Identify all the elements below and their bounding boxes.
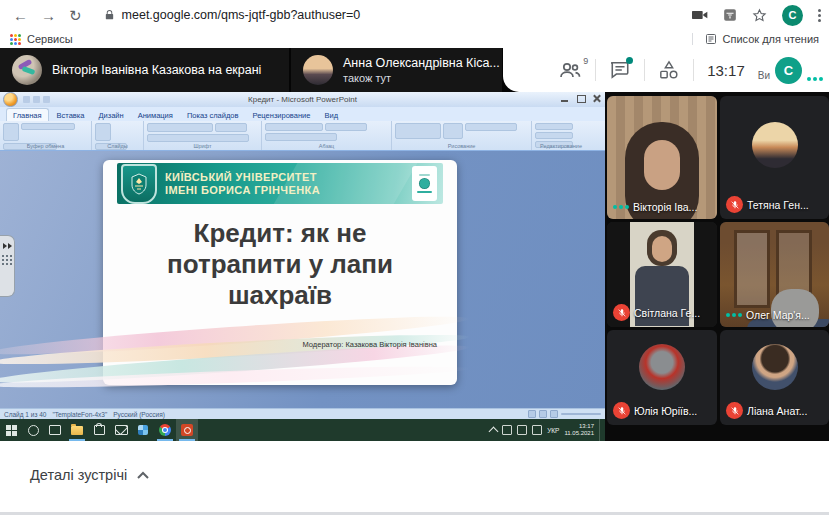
start-button[interactable]: [0, 419, 22, 441]
translate-icon[interactable]: [723, 8, 737, 22]
bookmark-services[interactable]: Сервисы: [27, 33, 73, 45]
browser-profile-avatar[interactable]: C: [782, 5, 803, 26]
chrome-icon[interactable]: [154, 419, 176, 441]
star-icon[interactable]: [752, 8, 767, 23]
taskbar-clock[interactable]: 13:1711.05.2021: [564, 423, 594, 437]
participant-name: Юлія Юріїв...: [634, 405, 697, 417]
chat-button[interactable]: [609, 60, 631, 80]
store-icon[interactable]: [88, 419, 110, 441]
minimize-icon[interactable]: [560, 94, 570, 103]
ppt-window-title: Кредит - Microsoft PowerPoint: [0, 95, 605, 104]
view-slideshow-icon[interactable]: [550, 410, 558, 418]
tray-icon-3[interactable]: [532, 425, 542, 435]
maximize-icon[interactable]: [576, 94, 586, 103]
participants-count: 9: [583, 56, 588, 66]
language-indicator[interactable]: Русский (Россия): [113, 411, 165, 418]
photos-icon[interactable]: [132, 419, 154, 441]
tray-icon-1[interactable]: [502, 425, 512, 435]
ppt-ribbon-tabs: Главная Вставка Дизайн Анимация Показ сл…: [0, 107, 605, 121]
ribbon-group-editing: Редактирование: [532, 121, 590, 150]
participant-avatar: [639, 344, 685, 390]
also-here-avatar: [303, 55, 333, 85]
side-flyout-handle[interactable]: [0, 235, 15, 297]
url-text: meet.google.com/qms-jqtf-gbb?authuser=0: [122, 8, 361, 22]
chevron-up-icon: [137, 471, 149, 479]
participant-name: Ліана Анат...: [747, 405, 807, 417]
back-icon[interactable]: ←: [13, 8, 28, 23]
windows-taskbar: УКР 13:1711.05.2021: [0, 419, 605, 441]
tab-camera-icon: [692, 9, 708, 21]
tray-icon-2[interactable]: [517, 425, 527, 435]
zoom-slider[interactable]: [561, 413, 601, 415]
slide-counter: Слайд 1 из 40: [4, 411, 46, 418]
university-name: КИЇВСЬКИЙ УНІВЕРСИТЕТ ІМЕНІ БОРИСА ГРІНЧ…: [165, 171, 320, 197]
chat-unread-dot: [626, 57, 633, 64]
meet-bottom-bar: Деталі зустрічі Підняти руку Вікторія Ів…: [0, 441, 829, 512]
bookmarks-bar: Сервисы Список для чтения: [0, 30, 829, 49]
participants-button[interactable]: 9: [558, 60, 582, 80]
file-explorer-icon[interactable]: [66, 419, 88, 441]
ribbon-group-clipboard: Буфер обмена: [0, 121, 92, 150]
university-badge-logo: [412, 166, 437, 201]
meet-header-controls: 9 13:17 Ви C: [503, 48, 829, 92]
tab-home[interactable]: Главная: [6, 108, 49, 121]
also-here-name: Анна Олександрівна Кіса...: [343, 56, 500, 71]
speaking-indicator: [726, 313, 742, 317]
task-view-icon[interactable]: [44, 419, 66, 441]
participant-tile[interactable]: Світлана Ге...: [607, 222, 717, 327]
meeting-clock: 13:17: [707, 62, 745, 79]
meeting-details-button[interactable]: Деталі зустрічі: [30, 467, 149, 483]
university-emblem-icon: [121, 164, 157, 204]
close-icon[interactable]: [592, 94, 602, 103]
presenting-screen-tile[interactable]: Вікторія Іванівна Казакова на екрані: [0, 48, 289, 92]
self-view[interactable]: Ви C: [758, 57, 823, 84]
show-desktop-button[interactable]: [599, 419, 603, 441]
participant-name: Олег Мар'я...: [746, 309, 810, 321]
moderator-line: Модератор: Казакова Вікторія Іванівна: [103, 340, 457, 349]
you-label: Ви: [758, 70, 770, 81]
tab-review[interactable]: Рецензирование: [247, 109, 317, 121]
also-here-tile[interactable]: Анна Олександрівна Кіса... також тут: [291, 48, 502, 92]
activities-button[interactable]: [658, 60, 680, 80]
language-switcher[interactable]: УКР: [547, 427, 559, 434]
ribbon-group-drawing: Рисование: [392, 121, 532, 150]
participant-tile[interactable]: Олег Мар'я...: [720, 222, 829, 327]
ribbon-group-paragraph: Абзац: [262, 121, 392, 150]
reading-list-icon: [705, 33, 717, 45]
tab-animation[interactable]: Анимация: [132, 109, 179, 121]
shared-screen: Кредит - Microsoft PowerPoint Главная Вс…: [0, 92, 605, 441]
tab-view[interactable]: Вид: [318, 109, 344, 121]
participant-tile[interactable]: Тетяна Ген...: [720, 96, 829, 219]
reading-list-button[interactable]: Список для чтения: [723, 33, 819, 45]
powerpoint-icon[interactable]: [176, 419, 198, 441]
ribbon-group-slides: Слайды: [92, 121, 144, 150]
divider: [692, 33, 693, 45]
mail-icon[interactable]: [110, 419, 132, 441]
slide-title: Кредит: як не потрапити у лапи шахраїв: [103, 218, 457, 311]
participant-tile[interactable]: Вікторія Іва...: [607, 96, 717, 219]
view-normal-icon[interactable]: [528, 410, 536, 418]
tab-slideshow[interactable]: Показ слайдов: [181, 109, 245, 121]
theme-name: "TemplateFon-4x3": [52, 411, 107, 418]
search-icon[interactable]: [22, 419, 44, 441]
tray-expand-icon[interactable]: [489, 426, 499, 436]
address-bar[interactable]: meet.google.com/qms-jqtf-gbb?authuser=0: [104, 8, 361, 22]
view-sorter-icon[interactable]: [539, 410, 547, 418]
university-header-band: КИЇВСЬКИЙ УНІВЕРСИТЕТ ІМЕНІ БОРИСА ГРІНЧ…: [117, 163, 443, 204]
participant-tile[interactable]: Юлія Юріїв...: [607, 330, 717, 425]
presenting-tile-name: Вікторія Іванівна Казакова на екрані: [52, 63, 277, 78]
also-here-subtitle: також тут: [343, 71, 500, 85]
apps-grid-icon[interactable]: [10, 34, 21, 45]
mic-off-icon: [613, 402, 630, 419]
tab-design[interactable]: Дизайн: [92, 109, 129, 121]
mic-off-icon: [726, 196, 743, 213]
browser-menu-kebab-icon[interactable]: [818, 9, 821, 22]
presenter-avatar: [12, 55, 42, 85]
reload-icon[interactable]: ↻: [69, 8, 82, 23]
participant-name: Тетяна Ген...: [747, 199, 809, 211]
tab-insert[interactable]: Вставка: [51, 109, 91, 121]
forward-icon[interactable]: →: [41, 8, 56, 23]
system-tray: УКР 13:1711.05.2021: [490, 419, 603, 441]
expand-arrows-icon: [3, 243, 12, 249]
participant-tile[interactable]: Ліана Анат...: [720, 330, 829, 425]
